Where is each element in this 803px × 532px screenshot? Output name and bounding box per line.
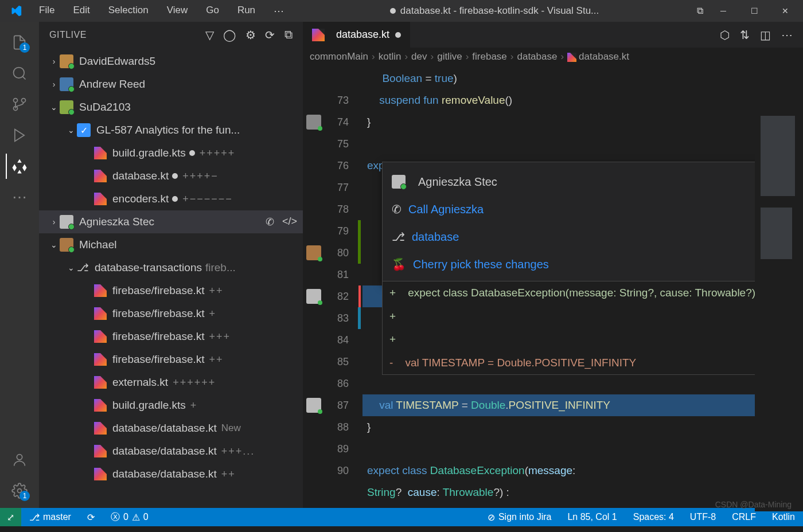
menu-edit[interactable]: Edit <box>65 2 98 19</box>
scm-icon[interactable] <box>6 91 33 118</box>
menu-run[interactable]: Run <box>229 2 263 19</box>
tree-row[interactable]: firebase/firebase.kt+++ <box>39 325 303 348</box>
tree-row[interactable]: ⌄Michael <box>39 233 303 256</box>
tree-row[interactable]: build.gradle.kts+ <box>39 394 303 417</box>
encoding-button[interactable]: UTF-8 <box>682 508 724 526</box>
search-icon[interactable] <box>6 60 33 87</box>
tree-row[interactable]: firebase/firebase.kt++ <box>39 279 303 302</box>
account-icon[interactable] <box>6 446 33 474</box>
breadcrumb-item[interactable]: database.kt <box>567 51 629 62</box>
diff-line: + <box>383 328 785 351</box>
tree-row[interactable]: firebase/firebase.kt++ <box>39 348 303 371</box>
cherrypick-link[interactable]: Cherry pick these changes <box>413 258 549 271</box>
tree-row[interactable]: externals.kt++++++ <box>39 371 303 394</box>
tab-database[interactable]: database.kt <box>303 22 410 48</box>
svg-point-6 <box>17 455 22 460</box>
minimize-button[interactable]: ─ <box>710 2 736 19</box>
window-icon[interactable]: ⧉ <box>284 28 293 42</box>
menu-go[interactable]: Go <box>198 2 227 19</box>
settings-icon[interactable]: 1 <box>6 477 33 504</box>
tree-row[interactable]: ›DavidEdwards5 <box>39 50 303 73</box>
diff-line: + <box>383 305 785 328</box>
cursor-pos[interactable]: Ln 85, Col 1 <box>559 508 625 526</box>
copilot-icon[interactable]: ⬡ <box>720 28 730 42</box>
split-icon[interactable]: ◫ <box>760 28 771 42</box>
compare-icon[interactable]: ⇅ <box>740 28 750 42</box>
debug-icon[interactable] <box>6 122 33 149</box>
tree-row[interactable]: encoders.kt+−−−−−− <box>39 187 303 210</box>
svg-line-1 <box>22 76 25 79</box>
tree-row[interactable]: database/database.ktNew <box>39 417 303 440</box>
breadcrumb-item[interactable]: firebase <box>472 51 506 62</box>
call-link[interactable]: Call Agnieszka <box>408 203 484 216</box>
breadcrumbs[interactable]: commonMain›kotlin›dev›gitlive›firebase›d… <box>303 48 803 66</box>
breadcrumb-item[interactable]: kotlin <box>379 51 402 62</box>
database-link[interactable]: database <box>412 230 459 244</box>
tree-row[interactable]: database/database.kt++ <box>39 463 303 486</box>
diff-popup: + expect class DatabaseException(message… <box>382 281 786 375</box>
menu-more-icon[interactable]: ⋯ <box>266 2 292 19</box>
sync-button[interactable]: ⟳ <box>79 508 103 526</box>
remote-button[interactable]: ⤢ <box>0 508 21 526</box>
tree-row[interactable]: build.gradle.kts+++++ <box>39 142 303 165</box>
tree-row[interactable]: firebase/firebase.kt+ <box>39 302 303 325</box>
filter-icon[interactable]: ▽ <box>205 28 215 42</box>
diff-line: + expect class DatabaseException(message… <box>383 281 785 305</box>
jira-button[interactable]: ⊘ Sign into Jira <box>480 508 560 526</box>
hover-popup: Agnieszka Stec ✆Call Agnieszka ⎇database… <box>382 162 801 284</box>
activity-bar: 1 ⋯ 1 <box>0 22 39 508</box>
tree-row[interactable]: ›Andrew Reed <box>39 73 303 96</box>
window-controls: ─ ☐ ✕ <box>710 2 798 19</box>
popup-name: Agnieszka Stec <box>418 175 497 189</box>
breadcrumb-item[interactable]: dev <box>411 51 427 62</box>
kotlin-icon <box>312 29 325 41</box>
gear-icon[interactable]: ⚙ <box>245 28 256 42</box>
avatar <box>392 175 406 189</box>
breadcrumb-item[interactable]: gitlive <box>437 51 462 62</box>
gitlive-icon[interactable] <box>6 152 33 180</box>
menu-selection[interactable]: Selection <box>100 2 157 19</box>
user-icon[interactable]: ◯ <box>223 28 236 42</box>
code-area[interactable]: 737475767778798081828384858687888990 Boo… <box>303 66 803 508</box>
tree-row[interactable]: ⌄⎇database-transactions fireb... <box>39 256 303 279</box>
tab-bar: database.kt ⬡ ⇅ ◫ ⋯ <box>303 22 803 48</box>
breadcrumb-item[interactable]: commonMain <box>310 51 368 62</box>
settings-badge: 1 <box>20 491 30 501</box>
editor: database.kt ⬡ ⇅ ◫ ⋯ commonMain›kotlin›de… <box>303 22 803 508</box>
watermark: CSDN @Data-Mining <box>715 500 792 509</box>
sidebar-title: GITLIVE <box>49 30 87 40</box>
tree-row[interactable]: ›Agnieszka Stec✆</> <box>39 210 303 233</box>
more-icon[interactable]: ⋯ <box>781 28 793 42</box>
problems-button[interactable]: ⓧ 0 ⚠ 0 <box>103 508 157 526</box>
svg-point-0 <box>14 68 25 79</box>
tree-row[interactable]: ⌄✓GL-587 Analytics for the fun... <box>39 119 303 142</box>
tree: ›DavidEdwards5›Andrew Reed⌄SuDa2103⌄✓GL-… <box>39 48 303 508</box>
menu-bar: File Edit Selection View Go Run ⋯ <box>31 2 292 19</box>
code-icon[interactable]: </> <box>282 216 297 228</box>
spaces-button[interactable]: Spaces: 4 <box>625 508 682 526</box>
svg-point-4 <box>14 99 18 103</box>
menu-file[interactable]: File <box>31 2 63 19</box>
refresh-icon[interactable]: ⟳ <box>265 28 275 42</box>
explorer-icon[interactable]: 1 <box>6 29 33 56</box>
layout-icon[interactable]: ⧉ <box>697 6 703 16</box>
window-title: database.kt - firebase-kotlin-sdk - Visu… <box>292 5 697 17</box>
branch-icon: ⎇ <box>392 230 405 244</box>
sidebar-header: GITLIVE ▽ ◯ ⚙ ⟳ ⧉ <box>39 22 303 48</box>
breadcrumb-item[interactable]: database <box>517 51 557 62</box>
tree-row[interactable]: database.kt++++− <box>39 165 303 187</box>
explorer-badge: 1 <box>20 42 30 53</box>
statusbar: ⤢ ⎇ master ⟳ ⓧ 0 ⚠ 0 ⊘ Sign into Jira Ln… <box>0 508 803 526</box>
diff-line: - val TIMESTAMP = Double.POSITIVE_INFINI… <box>383 351 785 375</box>
phone-icon: ✆ <box>392 202 402 216</box>
more-icon[interactable]: ⋯ <box>6 183 33 211</box>
maximize-button[interactable]: ☐ <box>741 2 767 19</box>
menu-view[interactable]: View <box>159 2 196 19</box>
tree-row[interactable]: database/database.kt+++... <box>39 440 303 463</box>
modified-dot-icon <box>395 32 401 38</box>
tree-row[interactable]: ⌄SuDa2103 <box>39 96 303 119</box>
call-icon[interactable]: ✆ <box>266 216 274 228</box>
branch-button[interactable]: ⎇ master <box>21 508 79 526</box>
close-button[interactable]: ✕ <box>772 2 798 19</box>
minimap[interactable] <box>755 110 803 511</box>
